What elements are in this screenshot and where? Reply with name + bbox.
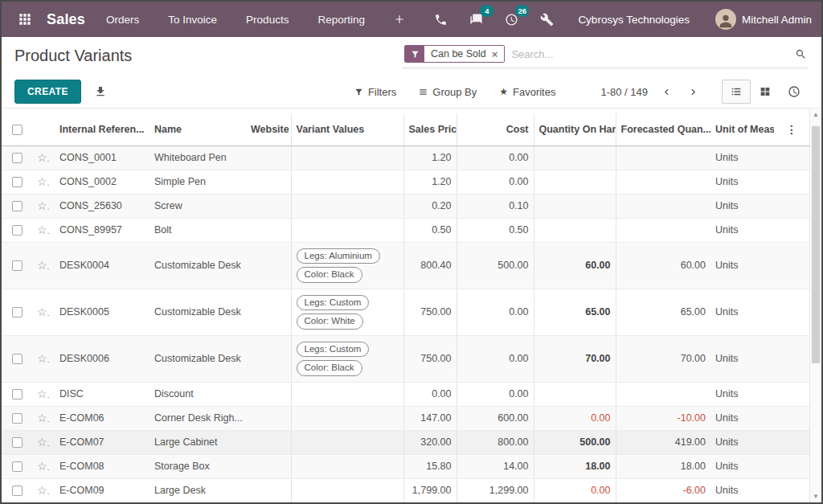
scroll-down-icon[interactable]: ▼ (810, 493, 821, 500)
internal-reference-cell[interactable]: DESK0004 (55, 242, 149, 289)
name-cell[interactable]: Simple Pen (149, 170, 246, 194)
row-checkbox[interactable] (12, 177, 23, 187)
name-cell[interactable]: Large Desk (149, 478, 246, 502)
select-all-checkbox[interactable] (12, 125, 23, 135)
favorites-button[interactable]: ★ Favorites (499, 86, 555, 98)
search-bar[interactable]: Can be Sold × (403, 43, 809, 68)
kanban-view-button[interactable] (751, 80, 780, 104)
internal-reference-cell[interactable]: DESK0006 (55, 335, 149, 382)
row-checkbox[interactable] (12, 260, 23, 271)
activities-clock-icon[interactable]: 26 (502, 10, 520, 28)
internal-reference-cell[interactable]: E-COM09 (55, 478, 149, 502)
name-cell[interactable]: Customizable Desk (149, 335, 246, 382)
col-qty-on-hand[interactable]: Quantity On Hand (534, 113, 616, 145)
priority-star-icon[interactable]: ☆ (37, 151, 50, 164)
priority-star-icon[interactable]: ☆ (37, 175, 50, 188)
vertical-scrollbar[interactable]: ▲ ▼ (809, 109, 821, 502)
row-checkbox[interactable] (12, 389, 23, 400)
priority-star-icon[interactable]: ☆ (37, 484, 50, 497)
table-row[interactable]: ☆DESK0004Customizable DeskLegs: Aluminiu… (2, 242, 809, 289)
nav-item-reporting[interactable]: Reporting (317, 14, 365, 26)
table-row[interactable]: ☆CONS_0001Whiteboard Pen1.200.00Units (2, 145, 809, 170)
priority-star-icon[interactable]: ☆ (37, 387, 50, 400)
name-cell[interactable]: Large Cabinet (149, 430, 246, 454)
priority-star-icon[interactable]: ☆ (37, 460, 50, 473)
name-cell[interactable]: Discount (149, 382, 246, 406)
apps-grid-icon[interactable] (11, 6, 39, 33)
priority-star-icon[interactable]: ☆ (37, 305, 50, 318)
user-menu[interactable]: Mitchell Admin (715, 9, 812, 30)
internal-reference-cell[interactable]: CONS_25630 (55, 194, 149, 218)
company-name[interactable]: Cybrosys Technologies (578, 14, 690, 26)
nav-item-to-invoice[interactable]: To Invoice (168, 14, 217, 26)
list-view-button[interactable] (722, 80, 751, 104)
table-row[interactable]: ☆E-COM06Corner Desk Righ...147.00600.000… (2, 406, 809, 430)
row-checkbox[interactable] (12, 307, 23, 318)
group-by-button[interactable]: Group By (419, 86, 477, 98)
row-checkbox[interactable] (12, 354, 23, 364)
row-checkbox[interactable] (12, 486, 23, 496)
col-internal-reference[interactable]: Internal Referen... (55, 113, 149, 145)
pager-prev-icon[interactable] (661, 86, 673, 98)
col-website[interactable]: Website (246, 113, 291, 145)
row-checkbox[interactable] (12, 201, 23, 211)
nav-item-orders[interactable]: Orders (106, 14, 139, 26)
col-cost[interactable]: Cost (457, 113, 534, 145)
name-cell[interactable]: Screw (149, 194, 246, 218)
create-button[interactable]: CREATE (14, 80, 81, 104)
scroll-up-icon[interactable]: ▲ (810, 111, 821, 118)
col-variant-values[interactable]: Variant Values (291, 113, 403, 145)
col-forecasted[interactable]: Forecasted Quan... (616, 113, 710, 145)
priority-star-icon[interactable]: ☆ (37, 199, 50, 212)
internal-reference-cell[interactable]: CONS_0001 (55, 145, 149, 170)
plus-icon[interactable] (394, 14, 405, 25)
table-row[interactable]: ☆CONS_0002Simple Pen1.200.00Units (2, 170, 809, 194)
priority-star-icon[interactable]: ☆ (37, 223, 50, 236)
app-name[interactable]: Sales (47, 11, 85, 28)
internal-reference-cell[interactable]: CONS_0002 (55, 170, 149, 194)
scrollbar-thumb[interactable] (812, 126, 820, 363)
search-input[interactable] (505, 48, 795, 60)
name-cell[interactable]: Customizable Desk (149, 242, 246, 289)
internal-reference-cell[interactable]: E-COM08 (55, 454, 149, 478)
internal-reference-cell[interactable]: E-COM06 (55, 406, 149, 430)
tools-wrench-icon[interactable] (538, 10, 555, 28)
search-icon[interactable] (795, 48, 807, 60)
table-row[interactable]: ☆E-COM08Storage Box15.8014.0018.0018.00U… (2, 454, 809, 478)
row-checkbox[interactable] (12, 225, 23, 236)
table-row[interactable]: ☆CONS_25630Screw0.200.10Units (2, 194, 809, 218)
name-cell[interactable]: Storage Box (149, 454, 246, 478)
optional-columns-icon[interactable]: ⋮ (774, 113, 809, 145)
internal-reference-cell[interactable]: CONS_89957 (55, 218, 149, 242)
name-cell[interactable]: Corner Desk Righ... (149, 406, 246, 430)
messages-icon[interactable]: 4 (467, 10, 485, 28)
export-download-icon[interactable] (94, 85, 107, 98)
pager-next-icon[interactable] (687, 86, 699, 98)
priority-star-icon[interactable]: ☆ (37, 352, 50, 365)
priority-star-icon[interactable]: ☆ (37, 412, 50, 424)
table-row[interactable]: ☆DESK0006Customizable DeskLegs: CustomCo… (2, 335, 809, 382)
table-row[interactable]: ☆DISCDiscount0.000.00Units (2, 382, 809, 406)
row-checkbox[interactable] (12, 437, 23, 448)
row-checkbox[interactable] (12, 413, 23, 424)
internal-reference-cell[interactable]: DISC (55, 382, 149, 406)
internal-reference-cell[interactable]: E-COM07 (55, 430, 149, 454)
table-row[interactable]: ☆CONS_89957Bolt0.500.50Units (2, 218, 809, 242)
row-checkbox[interactable] (12, 153, 23, 163)
filters-button[interactable]: Filters (354, 86, 396, 98)
name-cell[interactable]: Customizable Desk (149, 289, 246, 335)
priority-star-icon[interactable]: ☆ (37, 259, 50, 272)
nav-item-products[interactable]: Products (246, 14, 289, 26)
name-cell[interactable]: Bolt (149, 218, 246, 242)
table-row[interactable]: ☆E-COM09Large Desk1,799.001,299.000.00-6… (2, 478, 809, 502)
phone-icon[interactable] (432, 10, 449, 28)
col-sales-price[interactable]: Sales Price (403, 113, 457, 145)
table-row[interactable]: ☆DESK0005Customizable DeskLegs: CustomCo… (2, 289, 809, 335)
facet-remove-icon[interactable]: × (492, 49, 498, 59)
row-checkbox[interactable] (12, 461, 23, 472)
col-name[interactable]: Name (149, 113, 246, 145)
filter-facet[interactable]: Can be Sold × (404, 45, 505, 63)
name-cell[interactable]: Whiteboard Pen (149, 145, 246, 170)
internal-reference-cell[interactable]: DESK0005 (55, 289, 149, 335)
activity-view-button[interactable] (780, 80, 809, 104)
